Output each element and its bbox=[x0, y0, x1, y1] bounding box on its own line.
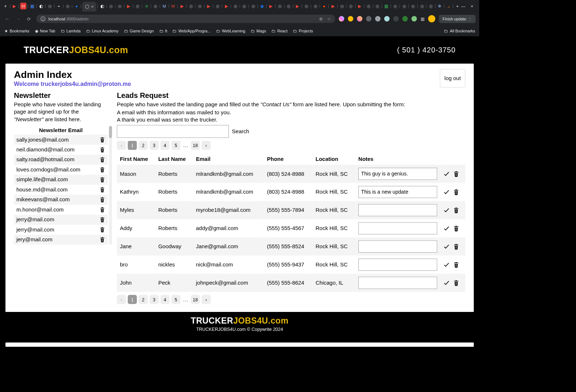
minimize-icon[interactable]: — bbox=[461, 4, 465, 8]
notes-input[interactable] bbox=[358, 277, 437, 289]
trash-icon[interactable] bbox=[453, 261, 460, 268]
tab-favicon[interactable]: ● bbox=[321, 3, 327, 9]
tab-favicon[interactable]: ▦ bbox=[383, 3, 389, 9]
tab-favicon[interactable]: ▶ bbox=[206, 3, 212, 9]
tab-favicon[interactable]: ▶ bbox=[11, 3, 17, 9]
bm-folder[interactable]: 🗀 Projects bbox=[293, 29, 313, 33]
tab-favicon[interactable]: ◎ bbox=[286, 3, 292, 9]
search-input[interactable] bbox=[117, 125, 229, 138]
pager-last[interactable]: 18 bbox=[191, 141, 200, 150]
check-icon[interactable] bbox=[443, 171, 450, 177]
tab-favicon[interactable]: ◎ bbox=[250, 3, 256, 9]
tab-favicon[interactable]: ◎ bbox=[135, 3, 141, 9]
profile-avatar[interactable] bbox=[428, 15, 435, 23]
tab-menu-icon[interactable]: ▾ bbox=[3, 3, 9, 9]
bookmarks-star[interactable]: ★ Bookmarks bbox=[4, 29, 29, 33]
tab-favicon[interactable]: ◎ bbox=[65, 3, 71, 9]
notes-input[interactable] bbox=[358, 241, 437, 253]
check-icon[interactable] bbox=[443, 225, 450, 231]
close-window-icon[interactable]: × bbox=[471, 4, 473, 8]
forward-button[interactable]: → bbox=[15, 16, 22, 21]
trash-icon[interactable] bbox=[99, 197, 106, 203]
omnibox[interactable]: i localhost:3000/admin ⊕ ☆ bbox=[36, 15, 335, 23]
tab-favicon[interactable]: ◎ bbox=[419, 3, 425, 9]
new-tab-button[interactable]: + bbox=[454, 3, 461, 9]
scrollbar[interactable] bbox=[109, 126, 112, 245]
extension-icon[interactable] bbox=[375, 16, 381, 21]
extension-icon[interactable] bbox=[393, 16, 399, 21]
tab-favicon[interactable]: ◎ bbox=[277, 3, 283, 9]
tab-favicon[interactable]: ◎ bbox=[410, 3, 416, 9]
star-icon[interactable]: ☆ bbox=[327, 16, 331, 21]
extension-icon[interactable] bbox=[384, 16, 390, 21]
bm-folder[interactable]: 🗀 Web/App/Progra... bbox=[172, 29, 211, 33]
check-icon[interactable] bbox=[443, 280, 450, 286]
trash-icon[interactable] bbox=[99, 157, 106, 163]
pager-page[interactable]: 4 bbox=[160, 295, 170, 304]
extension-icon[interactable] bbox=[412, 16, 417, 21]
tab-favicon[interactable]: ◎ bbox=[428, 3, 434, 9]
tab-favicon[interactable]: ◎ bbox=[47, 3, 53, 9]
trash-icon[interactable] bbox=[99, 147, 106, 153]
trash-icon[interactable] bbox=[99, 137, 106, 143]
tab-favicon[interactable]: ▶ bbox=[330, 3, 336, 9]
back-button[interactable]: ← bbox=[4, 16, 11, 21]
trash-icon[interactable] bbox=[453, 189, 460, 195]
trash-icon[interactable] bbox=[99, 167, 106, 173]
pager-prev[interactable]: ‹ bbox=[117, 141, 126, 150]
bm-folder[interactable]: 🗀 It bbox=[159, 29, 167, 33]
notes-input[interactable] bbox=[358, 259, 437, 271]
bm-newtab[interactable]: ◉ New Tab bbox=[35, 29, 55, 33]
bm-folder[interactable]: 🗀 WebLearning bbox=[216, 29, 245, 33]
tab-favicon[interactable]: ◎ bbox=[215, 3, 221, 9]
zoom-icon[interactable]: ⊕ bbox=[319, 16, 323, 21]
tab-favicon[interactable]: ◎ bbox=[197, 3, 203, 9]
trash-icon[interactable] bbox=[99, 217, 106, 223]
logout-button[interactable]: log out bbox=[440, 69, 465, 88]
all-bookmarks[interactable]: 🗀 All Bookmarks bbox=[444, 29, 475, 33]
tab-favicon[interactable]: ⯾ bbox=[445, 3, 452, 9]
reload-button[interactable]: ⟳ bbox=[25, 16, 33, 22]
trash-icon[interactable] bbox=[453, 243, 460, 250]
tab-favicon[interactable]: ◐ bbox=[38, 3, 44, 9]
tab-favicon[interactable]: ▶ bbox=[294, 3, 301, 9]
finish-update-button[interactable]: Finish update⋮ bbox=[439, 15, 476, 23]
extension-icon[interactable] bbox=[366, 16, 372, 21]
notes-input[interactable] bbox=[358, 186, 437, 198]
trash-icon[interactable] bbox=[99, 227, 106, 233]
pager-page[interactable]: 3 bbox=[150, 141, 159, 150]
tab-favicon[interactable]: ◎ bbox=[117, 3, 123, 9]
extension-icon[interactable] bbox=[357, 16, 362, 21]
bm-folder[interactable]: 🗀 React bbox=[271, 29, 287, 33]
active-tab[interactable]: × bbox=[82, 2, 96, 12]
tab-favicon[interactable]: ◎ bbox=[188, 3, 194, 9]
tab-favicon[interactable]: ◎ bbox=[108, 3, 114, 9]
tab-favicon[interactable]: ◎ bbox=[303, 3, 310, 9]
pager-next[interactable]: › bbox=[202, 295, 211, 304]
tab-favicon[interactable]: M bbox=[170, 3, 176, 9]
pager-page[interactable]: 2 bbox=[139, 141, 148, 150]
notes-input[interactable] bbox=[358, 204, 437, 216]
trash-icon[interactable] bbox=[453, 225, 460, 231]
notes-input[interactable] bbox=[358, 222, 437, 234]
tab-favicon[interactable]: ◎ bbox=[241, 3, 247, 9]
site-info-icon[interactable]: i bbox=[40, 16, 45, 21]
tab-favicon[interactable]: ● bbox=[74, 3, 80, 9]
tab-favicon[interactable]: ≋ bbox=[143, 3, 150, 9]
trash-icon[interactable] bbox=[99, 237, 106, 243]
check-icon[interactable] bbox=[443, 207, 450, 214]
bm-folder[interactable]: 🗀 Linux Academy bbox=[86, 29, 119, 33]
trash-icon[interactable] bbox=[99, 207, 106, 213]
tab-favicon[interactable]: ◎ bbox=[374, 3, 381, 9]
pager-page[interactable]: 1 bbox=[128, 295, 137, 304]
extension-icon[interactable] bbox=[402, 16, 408, 21]
extension-icon[interactable] bbox=[339, 16, 344, 21]
tab-favicon[interactable]: ◎ bbox=[312, 3, 318, 9]
tab-favicon[interactable]: ◎ bbox=[152, 3, 159, 9]
tab-favicon[interactable]: ▦ bbox=[29, 3, 35, 9]
check-icon[interactable] bbox=[443, 261, 450, 268]
trash-icon[interactable] bbox=[99, 177, 106, 183]
bm-folder[interactable]: 🗀 Game Design bbox=[124, 29, 154, 33]
tab-favicon[interactable]: ◐ bbox=[99, 3, 105, 9]
tab-favicon[interactable]: ◎ bbox=[401, 3, 407, 9]
